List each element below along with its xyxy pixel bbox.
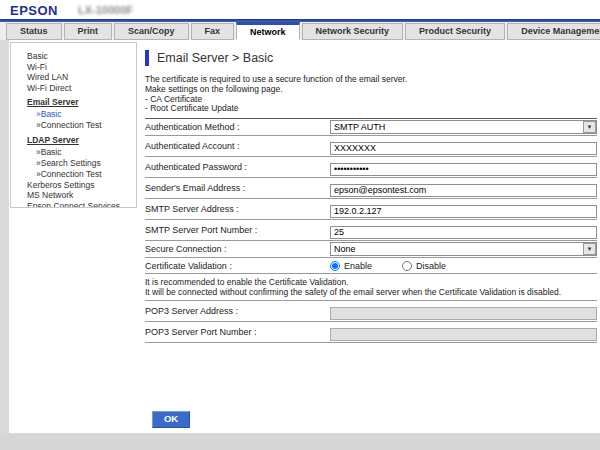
tab-network[interactable]: Network [236,22,300,40]
sidebar-item-ldap-basic[interactable]: »Basic [11,147,136,158]
certificate-validation-enable-option[interactable]: Enable [330,261,372,271]
certificate-validation-disable-option[interactable]: Disable [402,261,446,271]
authentication-method-select[interactable]: SMTP AUTH ▼ [330,120,597,134]
certificate-validation-label: Certificate Validation : [145,261,330,271]
sidebar-nav: Basic Wi-Fi Wired LAN Wi-Fi Direct Email… [10,42,137,208]
sidebar-item-ldap-connection-test[interactable]: »Connection Test [11,169,136,180]
smtp-server-port-number-label: SMTP Server Port Number : [145,225,330,235]
sidebar-item-wifi-direct[interactable]: Wi-Fi Direct [11,83,136,94]
row-smtp-server-address: SMTP Server Address : [145,199,597,220]
authenticated-account-label: Authenticated Account : [145,141,330,151]
disable-radio-label: Disable [416,261,446,271]
tab-fax[interactable]: Fax [191,23,235,40]
certificate-validation-radio-group: Enable Disable [330,261,597,271]
epson-logo: EPSON [10,3,58,18]
intro-text: The certificate is required to use a sec… [145,75,597,114]
row-senders-email-address: Sender's Email Address : [145,178,597,199]
tab-scan-copy[interactable]: Scan/Copy [114,23,189,40]
sidebar-group-email-server[interactable]: Email Server [11,97,136,108]
sidebar-item-wired-lan[interactable]: Wired LAN [11,72,136,83]
ok-button[interactable]: OK [152,411,190,428]
secure-connection-select[interactable]: None ▼ [330,242,597,256]
certificate-validation-note: It is recommended to enable the Certific… [145,274,597,301]
bottom-strip [0,433,600,450]
row-authenticated-password: Authenticated Password : [145,157,597,178]
tab-network-security[interactable]: Network Security [302,23,404,40]
intro-line: Make settings on the following page. [145,85,597,95]
secure-connection-value: None [331,244,583,254]
tab-print[interactable]: Print [64,23,113,40]
printer-model-name: LX-10000F [78,4,133,16]
row-certificate-validation: Certificate Validation : Enable Disable [145,258,597,274]
chevron-down-icon[interactable]: ▼ [583,243,596,255]
page-title: Email Server > Basic [157,51,273,65]
email-server-form: Authentication Method : SMTP AUTH ▼ Auth… [145,118,597,343]
enable-radio-label: Enable [344,261,372,271]
sidebar-item-email-server-connection-test[interactable]: »Connection Test [11,120,136,131]
smtp-server-address-input[interactable] [330,205,597,218]
authenticated-password-input[interactable] [330,163,597,176]
chevron-down-icon[interactable]: ▼ [583,121,596,133]
sidebar-item-epson-connect-services[interactable]: Epson Connect Services [11,201,136,208]
left-gutter [0,40,9,433]
sidebar-item-wifi[interactable]: Wi-Fi [11,62,136,73]
row-secure-connection: Secure Connection : None ▼ [145,241,597,258]
enable-radio[interactable] [330,261,340,271]
sidebar-item-kerberos-settings[interactable]: Kerberos Settings [11,180,136,191]
pop3-server-address-input [330,307,597,320]
authentication-method-label: Authentication Method : [145,122,330,132]
sidebar-group-ldap-server[interactable]: LDAP Server [11,135,136,146]
smtp-server-port-number-input[interactable] [330,226,597,239]
pop3-server-port-number-input [330,328,597,341]
sidebar-item-ms-network[interactable]: MS Network [11,190,136,201]
senders-email-address-label: Sender's Email Address : [145,183,330,193]
header: EPSON LX-10000F [0,0,600,19]
authenticated-password-label: Authenticated Password : [145,162,330,172]
authentication-method-value: SMTP AUTH [331,122,583,132]
page-title-row: Email Server > Basic [145,50,597,66]
row-pop3-server-port-number: POP3 Server Port Number : [145,322,597,343]
senders-email-address-input[interactable] [330,184,597,197]
main-panel: Email Server > Basic The certificate is … [145,42,597,343]
pop3-server-address-label: POP3 Server Address : [145,306,330,316]
tab-status[interactable]: Status [6,23,62,40]
note-line: It is recommended to enable the Certific… [145,277,597,287]
title-accent-bar [145,50,149,66]
intro-line: - Root Certificate Update [145,104,597,114]
authenticated-account-input[interactable] [330,142,597,155]
row-authentication-method: Authentication Method : SMTP AUTH ▼ [145,119,597,136]
sidebar-item-basic[interactable]: Basic [11,51,136,62]
sidebar-item-email-server-basic[interactable]: »Basic [11,109,136,120]
note-line: It will be connected without confirming … [145,287,597,297]
sidebar-item-ldap-search-settings[interactable]: »Search Settings [11,158,136,169]
row-pop3-server-address: POP3 Server Address : [145,301,597,322]
disable-radio[interactable] [402,261,412,271]
smtp-server-address-label: SMTP Server Address : [145,204,330,214]
tab-bar: Status Print Scan/Copy Fax Network Netwo… [0,22,600,40]
pop3-server-port-number-label: POP3 Server Port Number : [145,327,330,337]
tab-device-management[interactable]: Device Management [507,23,600,40]
row-authenticated-account: Authenticated Account : [145,136,597,157]
secure-connection-label: Secure Connection : [145,244,330,254]
row-smtp-server-port-number: SMTP Server Port Number : [145,220,597,241]
tab-product-security[interactable]: Product Security [405,23,505,40]
